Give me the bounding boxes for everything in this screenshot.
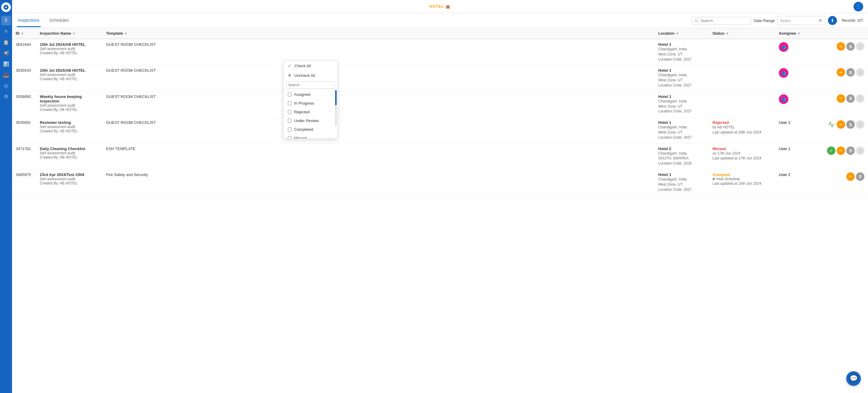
col-template[interactable]: Template ▼ [102,28,655,39]
status-option-missed[interactable]: Missed [284,134,337,138]
table-row: 3641644 15th Jul 2024/AB HOTEL Self asse… [12,39,868,65]
delete-button[interactable]: 🗑 [846,68,855,77]
analytics-button[interactable] [827,120,835,129]
edit-button[interactable]: ✏ [837,94,845,103]
row-id: 3641644 [12,39,36,65]
sidebar-logo[interactable] [1,2,11,12]
x-icon: ✕ [288,73,292,78]
status-option-inprogress[interactable]: In Progress [284,99,337,108]
delete-button[interactable]: 🗑 [846,147,855,155]
row-name: 15th Jul 2024/AB HOTEL Self assessment a… [36,65,102,91]
sidebar-icon-chart[interactable]: 📊 [1,59,11,69]
name-sort-icon[interactable]: ▼ [72,32,76,35]
col-status[interactable]: Status ▼ [709,28,775,39]
row-location: Hotel 1 Chandigarh, India West Zone, UT … [655,65,709,91]
sidebar-icon-megaphone[interactable]: 📢 [1,48,11,58]
sidebar-icon-inbox[interactable]: 📥 [1,70,11,80]
check-all-option[interactable]: ✓ Check All [284,61,337,70]
sidebar-icon-document[interactable]: 📋 [1,37,11,47]
row-actions: ✓ ✏ 🗑 ⋮ [824,143,868,169]
sidebar-icon-location[interactable]: ◎ [1,81,11,90]
edit-button[interactable]: ✏ [837,68,845,77]
status-option-rejected[interactable]: Rejected [284,108,337,116]
edit-button[interactable]: ✏ [837,42,845,51]
edit-button[interactable]: ✏ [846,172,855,181]
date-range-value: Select [780,19,816,23]
sidebar-icon-gear[interactable]: ⚙ [1,92,11,101]
inprogress-checkbox[interactable] [288,101,292,105]
row-location: Hotel 1 Chandigarh, India West Zone, UT … [655,117,709,143]
delete-button[interactable]: 🗑 [846,120,855,129]
avatar: 👥 [779,42,788,52]
row-template: ESH TEMPLATE [102,143,655,169]
delete-button[interactable]: 🗑 [846,94,855,103]
status-option-underreview[interactable]: Under Review [284,116,337,125]
completed-checkbox[interactable] [288,127,292,131]
template-sort-icon[interactable]: ▼ [124,32,127,35]
location-sort-icon[interactable]: ▼ [676,32,679,35]
more-button[interactable]: ⋮ [856,94,864,103]
tab-inspections[interactable]: Inspections [17,14,41,27]
col-assignee[interactable]: Assignee ▼ [775,28,824,39]
underreview-checkbox[interactable] [288,119,292,123]
chat-button[interactable]: 💬 [846,371,861,386]
col-inspection-name[interactable]: Inspection Name ▼ [36,28,102,39]
more-button[interactable]: ⋮ [856,68,864,77]
rejected-checkbox[interactable] [288,110,292,114]
checkin-button[interactable]: ✓ [827,147,835,155]
more-button[interactable]: ⋮ [856,147,864,155]
col-actions [824,28,868,39]
assigned-checkbox[interactable] [288,93,292,96]
edit-button[interactable]: ✏ [837,120,845,129]
sidebar-icon-grid[interactable]: ⠿ [1,16,11,25]
topbar: HOTEL 🏨 👤 [12,0,868,13]
status-sort-icon[interactable]: ▼ [726,32,729,35]
assignee-sort-icon[interactable]: ▼ [798,32,801,35]
missed-checkbox[interactable] [288,136,292,138]
row-location: Hotel 1 Chandigarh, India West Zone, UT … [655,169,709,195]
user-avatar-icon[interactable]: 👤 [854,2,863,11]
row-status: Missed on 17th Jun 2024 Last updated at … [709,143,775,169]
col-location[interactable]: Location ▼ [655,28,709,39]
row-location: Hotel 1 Chandigarh, India West Zone, UT … [655,39,709,65]
row-template: Fire Safety and Security [102,169,655,195]
edit-button[interactable]: ✏ [837,147,845,155]
status-option-assigned[interactable]: Assigned [284,90,337,99]
sidebar: ⠿ ≡ 📋 📢 📊 📥 ◎ ⚙ [0,0,12,393]
uncheck-all-option[interactable]: ✕ Uncheck All [284,70,337,80]
table-row: 3471781 Daily Cleaning Checklist Self as… [12,143,868,169]
more-button[interactable]: ⋮ [856,42,864,51]
row-id: 3471781 [12,143,36,169]
row-name: 23rd Apr 2024/Test 2304 Self assessment … [36,169,102,195]
row-template: GUEST ROOM CHECKLIST [102,65,655,91]
view-schedule-link[interactable]: View Schedule [712,177,772,181]
search-input[interactable] [701,19,749,23]
inspections-table: ID ▼ Inspection Name ▼ [12,28,868,393]
sidebar-icon-list[interactable]: ≡ [1,27,11,36]
tab-schedules[interactable]: Schedules [48,14,70,27]
row-status: Assigned View Schedule Last updated at 1… [709,169,775,195]
date-range-clear-button[interactable]: ✕ [818,18,823,24]
download-button[interactable]: ⬇ [828,16,837,25]
row-status [709,65,775,91]
status-option-completed[interactable]: Completed [284,125,337,134]
delete-button[interactable]: 🗑 [846,42,855,51]
row-assignee: User 2 [775,169,824,195]
more-button[interactable]: ⋮ [856,120,864,129]
status-filter-dropdown: ✓ Check All ✕ Uncheck All Assigned [283,61,338,139]
records-count: Records: 157 [842,19,863,23]
date-range-select[interactable]: Select ✕ [777,16,826,25]
row-id: 3535891 [12,117,36,143]
id-sort-icon[interactable]: ▼ [21,32,24,35]
brand-title: HOTEL 🏨 [430,4,451,9]
row-name: Weekly house keeping inspection Self ass… [36,91,102,117]
svg-line-2 [698,21,698,22]
col-id[interactable]: ID ▼ [12,28,36,39]
row-name: Reviewer testing Self assessment audit C… [36,117,102,143]
dropdown-search-input[interactable] [286,81,335,89]
row-actions: ✏ 🗑 ⋮ [824,117,868,143]
row-actions: ✏ 🗑 ⋮ [824,39,868,65]
delete-button[interactable]: 🗑 [856,172,864,181]
row-name: 15th Jul 2024/AB HOTEL Self assessment a… [36,39,102,65]
svg-point-1 [695,19,698,22]
